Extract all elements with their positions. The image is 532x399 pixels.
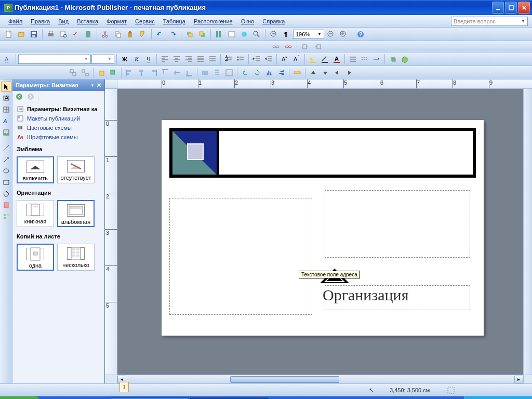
undo-button[interactable] [154, 29, 166, 40]
ruler-horizontal[interactable]: 0123456789 [117, 79, 532, 89]
menu-arrange[interactable]: Расположение [190, 17, 237, 26]
rotate-left-button[interactable] [240, 67, 251, 78]
measure-button[interactable] [291, 67, 303, 78]
align-right-obj-button[interactable] [148, 67, 159, 78]
textbox-placeholder-right[interactable] [325, 190, 470, 258]
flip-v-button[interactable] [275, 67, 287, 78]
menu-service[interactable]: Сервис [131, 17, 159, 26]
fill-color-button[interactable] [307, 54, 318, 65]
align-top-obj-button[interactable] [159, 67, 171, 78]
font-color-button[interactable]: A [331, 54, 342, 65]
3d-style-button[interactable] [399, 54, 410, 65]
zoom-plus-button[interactable] [338, 29, 349, 40]
scroll-thumb[interactable] [230, 376, 339, 383]
distribute-button[interactable] [207, 54, 218, 65]
arrow-tool[interactable] [1, 154, 11, 165]
table-tool[interactable] [1, 104, 11, 115]
canvas-scrollview[interactable]: Организация Текстовое поле адреса [117, 89, 523, 375]
menu-view[interactable]: Вид [54, 17, 73, 26]
menu-edit[interactable]: Правка [26, 17, 54, 26]
nudge-up-button[interactable] [308, 67, 319, 78]
save-button[interactable] [28, 29, 39, 40]
align-center-obj-button[interactable] [136, 67, 147, 78]
show-hide-button[interactable]: ¶ [281, 29, 292, 40]
line-style-button[interactable] [347, 54, 358, 65]
rectangle-tool[interactable] [1, 177, 11, 188]
minimize-button[interactable] [492, 2, 504, 14]
underline-button[interactable]: Ч [143, 54, 154, 65]
orientation-portrait-option[interactable]: книжная [17, 200, 54, 227]
horizontal-scrollbar[interactable]: ◄ ► [117, 375, 523, 383]
align-bottom-obj-button[interactable] [183, 67, 195, 78]
emblem-include-option[interactable]: включить [17, 156, 54, 183]
link-layouts[interactable]: Макеты публикаций [17, 114, 100, 123]
decrease-indent-button[interactable] [251, 54, 262, 65]
italic-button[interactable]: К [131, 54, 142, 65]
next-textbox-button[interactable] [312, 41, 324, 52]
arrow-style-button[interactable] [371, 54, 382, 65]
link-color-schemes[interactable]: Цветовые схемы [17, 123, 100, 132]
font-combo[interactable]: ▼ [18, 55, 91, 64]
group-button[interactable] [68, 67, 79, 78]
select-tool[interactable] [1, 82, 11, 92]
paste-button[interactable] [125, 29, 136, 40]
new-button[interactable] [3, 29, 15, 40]
align-left-obj-button[interactable] [124, 67, 135, 78]
bring-to-front-button[interactable] [96, 67, 107, 78]
header-frame[interactable] [169, 128, 476, 178]
special-chars-button[interactable] [226, 29, 237, 40]
close-button[interactable] [518, 2, 530, 14]
spelling-button[interactable]: ✓ [70, 29, 82, 40]
bulleted-list-button[interactable] [235, 54, 246, 65]
maximize-button[interactable] [505, 2, 517, 14]
zoom-minus-button[interactable] [325, 29, 337, 40]
hyperlink-button[interactable] [238, 29, 250, 40]
menu-insert[interactable]: Вставка [73, 17, 102, 26]
nav-back-button[interactable] [15, 92, 24, 101]
nav-forward-button[interactable] [26, 92, 35, 101]
print-button[interactable] [45, 29, 57, 40]
distribute-h-button[interactable] [200, 67, 211, 78]
prev-textbox-button[interactable] [300, 41, 311, 52]
start-button[interactable]: пуск [0, 396, 40, 399]
align-center-button[interactable] [171, 54, 182, 65]
zoom-out-button[interactable] [268, 29, 280, 40]
wordart-tool[interactable]: A [1, 116, 11, 126]
font-size-combo[interactable]: ▼ [91, 55, 114, 64]
copy-button[interactable] [112, 29, 124, 40]
dash-style-button[interactable] [359, 54, 370, 65]
align-left-button[interactable] [159, 54, 170, 65]
shadow-button[interactable] [387, 54, 398, 65]
task-pane-close-icon[interactable]: ✕ [97, 82, 101, 89]
bookmark-tool[interactable] [1, 200, 11, 210]
align-justify-button[interactable] [195, 54, 206, 65]
link-text-button[interactable] [270, 41, 282, 52]
cut-button[interactable] [100, 29, 111, 40]
menu-format[interactable]: Формат [102, 17, 131, 26]
line-color-button[interactable] [319, 54, 330, 65]
nudge-left-button[interactable] [331, 67, 343, 78]
decrease-font-button[interactable]: A˅ [279, 54, 290, 65]
menu-window[interactable]: Окно [237, 17, 259, 26]
zoom-combo[interactable]: 196%▼ [293, 30, 324, 39]
format-painter-button[interactable] [137, 29, 149, 40]
menu-file[interactable]: Файл [4, 17, 26, 26]
organization-text[interactable]: Организация [323, 286, 408, 304]
design-gallery-tool[interactable] [1, 211, 11, 222]
unlink-text-button[interactable] [283, 41, 294, 52]
research-button[interactable] [83, 29, 94, 40]
align-middle-obj-button[interactable] [171, 67, 183, 78]
emblem-none-option[interactable]: отсутствует [57, 156, 95, 183]
scroll-right-button[interactable]: ► [514, 376, 523, 383]
nudge-right-button[interactable] [343, 67, 355, 78]
increase-indent-button[interactable] [263, 54, 274, 65]
relative-to-margin-button[interactable] [223, 67, 235, 78]
nudge-down-button[interactable] [320, 67, 331, 78]
task-pane-menu-icon[interactable]: ▼ [90, 83, 95, 88]
open-button[interactable] [16, 29, 27, 40]
numbered-list-button[interactable]: 12 [223, 54, 234, 65]
oval-tool[interactable] [1, 166, 11, 176]
print-preview-button[interactable] [58, 29, 69, 40]
link-params[interactable]: Параметры: Визитная ка [17, 104, 100, 114]
vertical-scrollbar[interactable] [523, 89, 532, 375]
